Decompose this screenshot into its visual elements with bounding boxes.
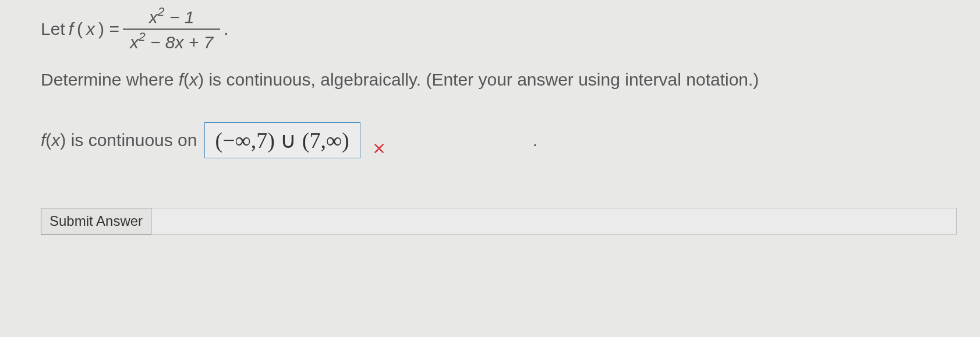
feedback-panel (151, 208, 957, 235)
answer-row: f(x) is continuous on (−∞,7) ∪ (7,∞) . (41, 119, 957, 161)
instruction-text: Determine where f(x) is continuous, alge… (41, 70, 957, 90)
incorrect-icon (371, 140, 387, 161)
submit-button[interactable]: Submit Answer (41, 208, 151, 235)
denominator: x2 − 8x + 7 (123, 29, 220, 52)
answer-label: f(x) is continuous on (41, 130, 197, 150)
stray-dot: . (533, 130, 537, 150)
let-prefix: Let (41, 19, 65, 39)
function-definition: Let f(x) = x2 − 1 x2 − 8x + 7 . (41, 6, 957, 52)
function-lhs: f (69, 19, 73, 39)
answer-input[interactable]: (−∞,7) ∪ (7,∞) (204, 122, 360, 158)
submit-area: Submit Answer (41, 208, 957, 235)
period: . (224, 19, 228, 39)
fraction: x2 − 1 x2 − 8x + 7 (123, 6, 220, 52)
numerator: x2 − 1 (142, 6, 201, 29)
